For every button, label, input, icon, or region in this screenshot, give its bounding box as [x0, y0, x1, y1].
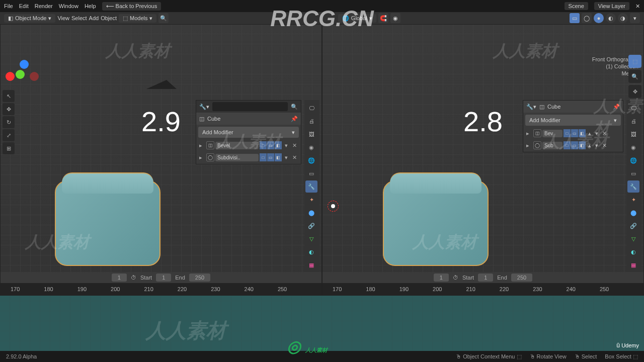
- delete-icon[interactable]: ✕: [601, 142, 608, 149]
- header-view[interactable]: View: [57, 15, 69, 21]
- move-up-icon[interactable]: ▴: [587, 130, 593, 137]
- tab-constraints[interactable]: 🔗: [305, 220, 317, 232]
- viewport-right[interactable]: Front Orthographic (1) Collection Meters…: [323, 25, 643, 295]
- selectmode-2[interactable]: ◯: [582, 13, 592, 23]
- visibility-toggles[interactable]: □▭◧: [564, 141, 586, 149]
- models-dropdown[interactable]: ⬚ Models ▾: [119, 14, 156, 23]
- shading-solid[interactable]: ●: [594, 13, 604, 23]
- tab-object[interactable]: ▭: [627, 167, 639, 179]
- selectmode-1[interactable]: ▭: [570, 13, 580, 23]
- tool-cursor[interactable]: ↖: [3, 90, 15, 102]
- tab-view[interactable]: 🖼: [627, 128, 639, 140]
- close-icon[interactable]: ✕: [635, 3, 640, 10]
- tab-object[interactable]: ▭: [305, 167, 317, 179]
- expand-icon[interactable]: ▸: [199, 142, 205, 149]
- gizmo-y[interactable]: [16, 70, 25, 79]
- menu-help[interactable]: Help: [85, 3, 96, 9]
- tool-move[interactable]: ✥: [3, 103, 15, 115]
- tool-scale[interactable]: ⤢: [3, 129, 15, 141]
- nav-preset-icon[interactable]: ⬚: [628, 55, 641, 68]
- tool-rotate[interactable]: ↻: [3, 116, 15, 128]
- gizmo-z[interactable]: [20, 60, 29, 69]
- modifier-subdiv[interactable]: ▸ ◯ Subdivisi.. □▭◧ ▾ ✕: [198, 152, 299, 163]
- move-view-icon[interactable]: ✥: [628, 85, 641, 98]
- tab-scene[interactable]: ◉: [305, 141, 317, 153]
- current-frame[interactable]: 1: [112, 274, 127, 282]
- viewport-left[interactable]: ↖ ✥ ↻ ⤢ ⊞ 2.9 🖵 🖨 🖼 ◉ 🌐 ▭ 🔧 ✦ ⬤ 🔗 ▽: [1, 25, 321, 295]
- tab-material[interactable]: ◐: [305, 246, 317, 258]
- visibility-toggles[interactable]: □▭◧: [564, 129, 586, 137]
- current-frame[interactable]: 1: [434, 274, 449, 282]
- move-up-icon[interactable]: ▴: [587, 142, 593, 149]
- menu-window[interactable]: Window: [59, 3, 78, 9]
- header-add[interactable]: Add: [89, 15, 99, 21]
- add-modifier-button[interactable]: Add Modifier: [525, 115, 621, 126]
- tab-material[interactable]: ◐: [627, 246, 639, 258]
- editor-type-icon[interactable]: 🔧▾: [199, 104, 209, 110]
- expand-icon[interactable]: ▸: [199, 154, 205, 161]
- shading-material[interactable]: ◐: [606, 13, 616, 23]
- mesh-cube[interactable]: [55, 180, 160, 266]
- tab-modifiers[interactable]: 🔧: [305, 180, 317, 193]
- scene-dropdown[interactable]: Scene: [565, 2, 588, 10]
- start-frame[interactable]: 1: [478, 274, 493, 282]
- visibility-toggles[interactable]: □▭◧: [260, 141, 282, 149]
- tool-transform[interactable]: ⊞: [3, 142, 15, 154]
- modifier-name[interactable]: Subdivisi..: [215, 154, 259, 161]
- mode-dropdown[interactable]: ◧ Object Mode ▾: [4, 14, 55, 23]
- back-to-previous-button[interactable]: ⟵ Back to Previous: [102, 2, 162, 11]
- end-frame[interactable]: 250: [189, 274, 210, 282]
- modifier-bevel[interactable]: ▸ ◫ Bevel □▭◧ ▾ ✕: [198, 140, 299, 151]
- tab-world[interactable]: 🌐: [627, 154, 639, 166]
- modifier-bevel[interactable]: ▸ ◫ Bev □▭◧ ▴ ▾ ✕: [525, 128, 621, 139]
- pin-icon[interactable]: 📌: [613, 104, 620, 110]
- mesh-cube[interactable]: [383, 180, 489, 266]
- timeline-right[interactable]: 1 ⏱ Start 1 End 250 170 180 190 200 210 …: [323, 272, 643, 295]
- search-input[interactable]: [212, 102, 288, 111]
- timeline-left[interactable]: 1 ⏱ Start 1 End 250 170 180 190 200 210 …: [1, 272, 321, 295]
- tab-render[interactable]: 🖵: [305, 102, 317, 114]
- search-icon[interactable]: 🔍: [158, 13, 169, 23]
- timeline-ruler[interactable]: 170 180 190 200 210 220 230 240 250: [323, 283, 643, 295]
- modifier-subdiv[interactable]: ▸ ◯ Sub □▭◧ ▴ ▾ ✕: [525, 140, 621, 151]
- add-modifier-button[interactable]: Add Modifier: [198, 127, 299, 138]
- modifier-name[interactable]: Bevel: [215, 142, 259, 149]
- expand-icon[interactable]: ▸: [526, 142, 532, 149]
- modifier-name[interactable]: Bev: [542, 130, 562, 137]
- delete-icon[interactable]: ✕: [291, 142, 298, 149]
- timeline-ruler[interactable]: 170 180 190 200 210 220 230 240 250: [1, 283, 321, 295]
- header-select[interactable]: Select: [71, 15, 87, 21]
- tab-world[interactable]: 🌐: [305, 154, 317, 166]
- orientation-dropdown[interactable]: 🌐 Global ▾: [338, 14, 376, 23]
- menu-file[interactable]: File: [4, 3, 13, 9]
- editor-type-icon[interactable]: 🔧▾: [526, 104, 536, 110]
- delete-icon[interactable]: ✕: [291, 154, 298, 161]
- tab-physics[interactable]: ⬤: [627, 207, 639, 219]
- tab-physics[interactable]: ⬤: [305, 207, 317, 219]
- play-icon[interactable]: ⏱: [453, 275, 458, 281]
- play-icon[interactable]: ⏱: [131, 275, 136, 281]
- tab-output[interactable]: 🖨: [627, 115, 639, 127]
- move-down-icon[interactable]: ▾: [594, 142, 600, 149]
- overlay-toggle[interactable]: ▾: [630, 13, 640, 23]
- proportional-icon[interactable]: ◉: [390, 13, 400, 23]
- shading-rendered[interactable]: ◑: [618, 13, 628, 23]
- menu-render[interactable]: Render: [35, 3, 53, 9]
- dropdown-icon[interactable]: ▾: [283, 154, 290, 161]
- dropdown-icon[interactable]: ▾: [283, 142, 290, 149]
- menu-edit[interactable]: Edit: [19, 3, 29, 9]
- tab-mesh[interactable]: ▽: [305, 233, 317, 245]
- snap-icon[interactable]: 🧲: [378, 13, 388, 23]
- gizmo-x[interactable]: [6, 72, 15, 81]
- start-frame[interactable]: 1: [156, 274, 171, 282]
- header-object[interactable]: Object: [101, 15, 117, 21]
- tab-view[interactable]: 🖼: [305, 128, 317, 140]
- tab-particles[interactable]: ✦: [305, 194, 317, 206]
- tab-mesh[interactable]: ▽: [627, 233, 639, 245]
- end-frame[interactable]: 250: [511, 274, 532, 282]
- pin-icon[interactable]: 📌: [291, 116, 298, 122]
- tab-texture[interactable]: ▦: [627, 259, 639, 271]
- tab-particles[interactable]: ✦: [627, 194, 639, 206]
- gizmo-x-neg[interactable]: [30, 72, 39, 81]
- expand-icon[interactable]: ▸: [526, 130, 532, 137]
